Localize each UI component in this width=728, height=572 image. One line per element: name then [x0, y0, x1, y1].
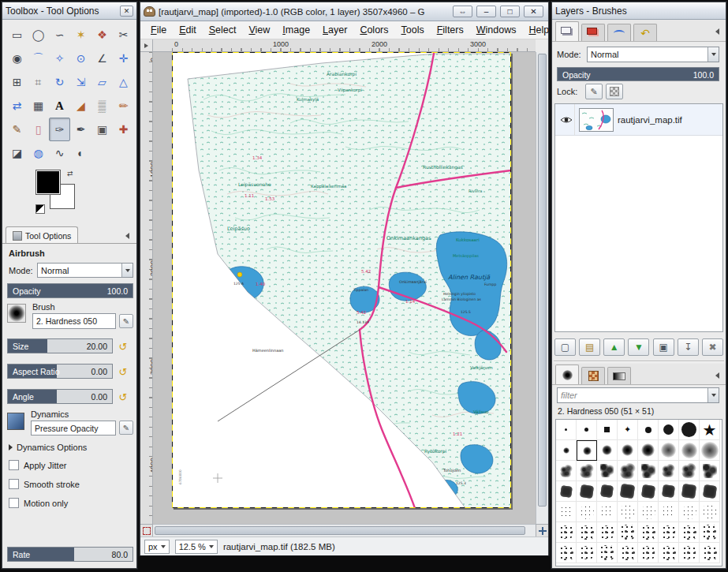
tool-gradient[interactable]: ▒	[91, 94, 113, 118]
menu-select[interactable]: Select	[203, 23, 242, 37]
layer-list[interactable]: rautjarvi_map.tif	[554, 103, 723, 332]
dock-divider[interactable]	[554, 361, 724, 362]
brush-item[interactable]	[577, 481, 597, 502]
brush-select[interactable]: 2. Hardness 050	[32, 313, 116, 329]
opacity-slider[interactable]: Opacity 100.0	[7, 283, 133, 298]
brush-item[interactable]	[556, 440, 577, 461]
brush-item[interactable]	[597, 461, 618, 481]
duplicate-layer-button[interactable]: ▣	[653, 338, 674, 356]
tool-blur-sharpen[interactable]: ◍	[28, 141, 49, 165]
tab-layers[interactable]	[555, 21, 579, 41]
raise-layer-button[interactable]: ▲	[603, 338, 625, 356]
menu-file[interactable]: File	[145, 23, 172, 37]
brush-item[interactable]	[659, 522, 679, 543]
brush-item[interactable]	[556, 461, 577, 481]
tool-scale[interactable]: ⇲	[70, 70, 91, 94]
chevron-down-icon[interactable]	[121, 264, 133, 277]
menu-colors[interactable]: Colors	[354, 23, 394, 37]
brush-item[interactable]	[618, 461, 638, 481]
lock-pixels-button[interactable]: ✎	[585, 84, 603, 99]
layer-opacity-slider[interactable]: Opacity 100.0	[557, 67, 719, 81]
delete-layer-button[interactable]: ✖	[702, 338, 723, 356]
brush-item[interactable]	[638, 522, 659, 543]
image-page[interactable]: 6786000 ArabiankorpiViipankorpiKulmakylä…	[172, 52, 511, 508]
tool-text[interactable]: A	[49, 94, 70, 118]
foreground-color-swatch[interactable]	[35, 170, 61, 195]
tab-brushes[interactable]	[555, 365, 579, 384]
brush-item[interactable]	[638, 440, 659, 461]
edit-dynamics-button[interactable]	[119, 421, 133, 435]
swap-colors-icon[interactable]	[67, 170, 73, 178]
toolbox-titlebar[interactable]: Toolbox - Tool Options	[2, 2, 136, 20]
tab-paths[interactable]	[607, 24, 631, 41]
close-icon[interactable]	[120, 6, 133, 17]
layers-titlebar[interactable]: Layers - Brushes	[552, 2, 726, 20]
brush-item[interactable]	[638, 543, 659, 563]
tool-flip[interactable]: ⇄	[6, 94, 28, 118]
tool-dodge-burn[interactable]: ◐	[70, 141, 91, 165]
layer-thumbnail[interactable]	[579, 108, 614, 132]
brush-item[interactable]	[577, 420, 597, 440]
motion-only-checkbox[interactable]: Motion only	[9, 498, 68, 508]
brush-item[interactable]	[618, 522, 638, 543]
brush-item[interactable]	[679, 461, 700, 481]
tool-pencil[interactable]: ✏	[113, 94, 134, 118]
lower-layer-button[interactable]: ▼	[628, 338, 649, 356]
brush-item[interactable]	[618, 481, 638, 502]
smooth-stroke-checkbox[interactable]: Smooth stroke	[9, 479, 80, 489]
checkbox-icon[interactable]	[9, 479, 19, 489]
tool-free-select[interactable]: ∽	[49, 23, 70, 47]
tool-move[interactable]: ✛	[113, 47, 134, 70]
close-button[interactable]: ✕	[524, 6, 543, 17]
anchor-layer-button[interactable]: ↧	[678, 338, 699, 356]
dynamics-options-expander[interactable]: Dynamics Options	[9, 443, 87, 452]
chevron-down-icon[interactable]	[707, 47, 719, 62]
rate-slider[interactable]: Rate 80.0	[7, 547, 133, 562]
menu-edit[interactable]: Edit	[174, 23, 202, 37]
window-arrows-button[interactable]: ⇔	[453, 6, 472, 17]
tool-bucket-fill[interactable]: ◢	[70, 94, 91, 118]
new-group-button[interactable]: ▤	[579, 338, 600, 356]
unit-select[interactable]: px	[144, 540, 170, 554]
brush-item[interactable]	[556, 502, 577, 522]
mode-select[interactable]: Normal	[37, 263, 133, 278]
brush-item[interactable]	[556, 481, 577, 502]
brush-item[interactable]	[556, 420, 577, 440]
tool-ellipse-select[interactable]: ◯	[28, 23, 49, 47]
brush-item[interactable]	[638, 461, 659, 481]
angle-slider[interactable]: Angle 0.00	[7, 389, 113, 404]
maximize-button[interactable]: □	[500, 6, 520, 17]
brush-item[interactable]	[638, 481, 659, 502]
brush-item[interactable]	[577, 461, 597, 481]
zoom-select[interactable]: 12.5 %	[175, 540, 218, 554]
size-slider[interactable]: Size 20.00	[7, 338, 113, 353]
tool-color-picker[interactable]: ✧	[49, 47, 70, 70]
tool-zoom[interactable]: ⊙	[70, 47, 91, 70]
brush-filter-input[interactable]: filter	[557, 387, 719, 403]
brush-item[interactable]	[679, 543, 700, 563]
dock-menu-button[interactable]	[122, 230, 133, 241]
reset-aspect-button[interactable]	[116, 365, 130, 379]
brush-item[interactable]	[700, 543, 720, 563]
tool-perspective[interactable]: △	[113, 70, 134, 94]
checkbox-icon[interactable]	[9, 460, 19, 470]
brush-item[interactable]	[597, 522, 618, 543]
menu-image[interactable]: Image	[277, 23, 315, 37]
brush-item[interactable]: ★	[700, 420, 720, 440]
horizontal-ruler[interactable]: 0100020003000	[153, 39, 536, 52]
vertical-scrollbar[interactable]	[536, 52, 548, 524]
tool-paths[interactable]: ⌒	[28, 47, 49, 70]
menu-view[interactable]: View	[243, 23, 275, 37]
menu-filters[interactable]: Filters	[431, 23, 469, 37]
dock-menu-button[interactable]	[712, 26, 722, 36]
layer-mode-select[interactable]: Normal	[587, 47, 719, 62]
tool-fuzzy-select[interactable]: ✶	[70, 23, 91, 47]
edit-brush-button[interactable]	[119, 314, 133, 328]
brush-item[interactable]	[659, 420, 679, 440]
horizontal-scrollbar[interactable]	[153, 524, 536, 536]
brush-item[interactable]	[700, 502, 720, 522]
brush-item[interactable]	[638, 502, 659, 522]
tool-shear[interactable]: ▱	[91, 70, 113, 94]
tool-rotate[interactable]: ↻	[49, 70, 70, 94]
tool-rectangle-select[interactable]: ▭	[6, 23, 28, 47]
